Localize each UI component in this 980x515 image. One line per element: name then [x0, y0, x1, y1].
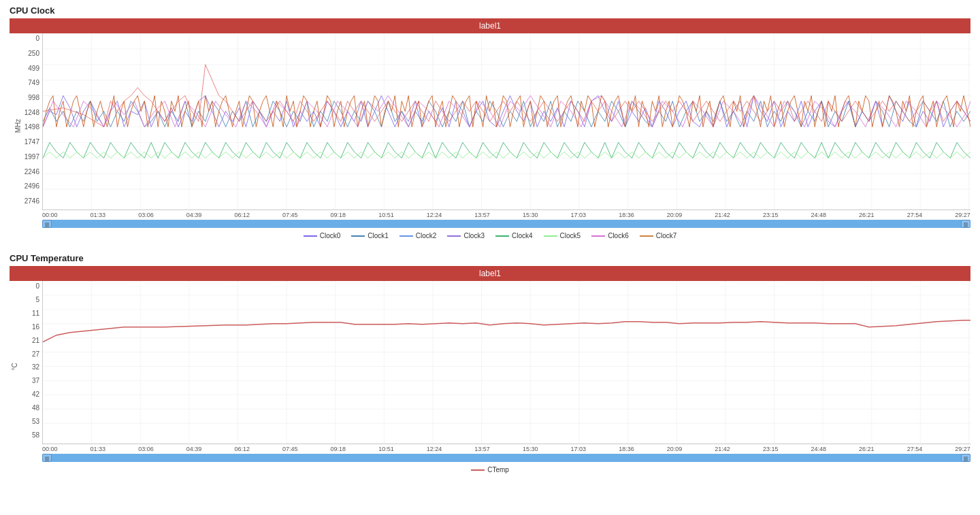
legend-clock1-label: Clock1	[368, 232, 389, 239]
cpu-clock-label-bar: label1	[10, 18, 970, 33]
cpu-temp-svg	[42, 281, 970, 444]
cpu-clock-svg	[42, 33, 970, 210]
cpu-clock-chart-right: 00:00 01:33 03:06 04:39 06:12 07:45 09:1…	[42, 33, 970, 218]
cpu-clock-chart-area: MHz 2746 2496 2246 1997 1747 1498 1248 9…	[10, 33, 970, 218]
x-axis-clock: 00:00 01:33 03:06 04:39 06:12 07:45 09:1…	[42, 210, 970, 218]
cpu-clock-section: CPU Clock label1 MHz 2746 2496 2246 1997…	[0, 0, 980, 245]
cpu-temp-scrollbar-left[interactable]: |||	[42, 454, 52, 462]
legend-ctemp: CTemp	[471, 466, 509, 474]
legend-clock2-label: Clock2	[416, 232, 437, 239]
cpu-clock-scrollbar-left[interactable]: |||	[42, 220, 52, 228]
legend-clock3-label: Clock3	[463, 232, 485, 239]
y-axis-label-clock: MHz	[14, 119, 22, 133]
legend-clock2: Clock2	[399, 232, 437, 239]
legend-clock0-label: Clock0	[320, 232, 341, 239]
legend-ctemp-label: CTemp	[487, 466, 509, 474]
cpu-temp-label-bar: label1	[10, 266, 970, 281]
cpu-clock-scrollbar[interactable]: ||| |||	[42, 220, 970, 228]
legend-clock0-line	[304, 235, 317, 237]
x-axis-temp: 00:00 01:33 03:06 04:39 06:12 07:45 09:1…	[42, 444, 970, 452]
cpu-temp-title: CPU Temperature	[10, 253, 970, 263]
legend-clock3-line	[447, 235, 461, 237]
legend-clock5: Clock5	[544, 232, 581, 239]
cpu-clock-chart: label1 MHz 2746 2496 2246 1997 1747 1498…	[10, 18, 970, 242]
legend-clock4-label: Clock4	[512, 232, 533, 239]
legend-ctemp-line	[471, 469, 485, 471]
cpu-clock-title: CPU Clock	[10, 5, 970, 16]
cpu-temp-scrollbar[interactable]: ||| |||	[42, 454, 970, 462]
legend-clock1: Clock1	[351, 232, 389, 239]
legend-clock4-line	[495, 235, 509, 237]
legend-clock6-line	[591, 235, 605, 237]
cpu-temp-chart-area: °C 58 53 48 42 37 32 27 21 16 11 5 0	[10, 281, 970, 452]
cpu-temp-scrollbar-right[interactable]: |||	[961, 454, 970, 462]
legend-clock5-line	[544, 235, 557, 237]
legend-clock0: Clock0	[304, 232, 341, 239]
legend-clock6-label: Clock6	[608, 232, 629, 239]
legend-clock7-label: Clock7	[656, 232, 677, 239]
legend-clock5-label: Clock5	[560, 232, 581, 239]
legend-clock1-line	[351, 235, 365, 237]
legend-clock7-line	[640, 235, 653, 237]
legend-clock6: Clock6	[591, 232, 629, 239]
cpu-temp-chart-right: 00:00 01:33 03:06 04:39 06:12 07:45 09:1…	[42, 281, 970, 452]
y-axis-label-temp: °C	[11, 363, 18, 370]
cpu-temp-legend: CTemp	[10, 463, 970, 476]
cpu-temp-chart: label1 °C 58 53 48 42 37 32 27 21 16 11 …	[10, 266, 970, 476]
cpu-clock-legend: Clock0 Clock1 Clock2 Clock3 Clock4 Clock…	[10, 229, 970, 242]
cpu-clock-scrollbar-right[interactable]: |||	[961, 220, 970, 228]
legend-clock2-line	[399, 235, 413, 237]
legend-clock3: Clock3	[447, 232, 485, 239]
legend-clock4: Clock4	[495, 232, 533, 239]
legend-clock7: Clock7	[640, 232, 677, 239]
cpu-temp-section: CPU Temperature label1 °C 58 53 48 42 37…	[0, 248, 980, 479]
